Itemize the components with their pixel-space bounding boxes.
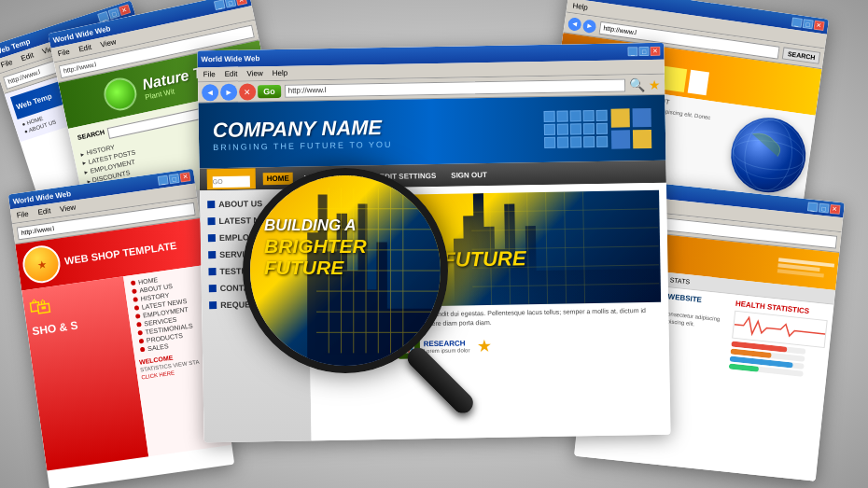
search-label-nature: SEARCH [77, 129, 105, 146]
nav-item-account[interactable]: YOUR ACCOUNT [301, 171, 369, 184]
bullet-contact [209, 285, 217, 292]
br-nav-stats[interactable]: STATS [669, 276, 690, 285]
sidebar-employment[interactable]: EMPLOYMENT [201, 228, 308, 246]
win-maximize-shop[interactable]: □ [168, 174, 179, 184]
sidebar-contact[interactable]: CONTACT [202, 278, 309, 297]
main-sidebar: ABOUT US LATEST NEWS EMPLOYMENT SERVICES [200, 188, 312, 442]
block-white [688, 70, 709, 96]
win-controls-topright: _ □ ✕ [791, 17, 825, 31]
back-btn-main[interactable]: ◄ [202, 84, 218, 101]
go-btn-main[interactable]: Go [258, 84, 281, 97]
win-close-nature[interactable]: ✕ [235, 0, 247, 6]
nav-search-input[interactable] [213, 175, 250, 188]
win-minimize-bottomright[interactable]: _ [807, 202, 819, 212]
large-sq-4 [633, 129, 651, 147]
svg-point-0 [728, 115, 808, 195]
url-text-topleft: http://www.l [7, 68, 41, 85]
url-bar-main[interactable]: http://www.l [285, 78, 626, 97]
bottom-icons: 🔍 SEARCH Lorem ipsum dolor 📊 RESEARCH Lo… [317, 331, 662, 359]
research-text-block: RESEARCH Lorem ipsum dolor [424, 339, 470, 354]
nature-logo-icon [101, 75, 140, 114]
search-icon-main[interactable]: 🔍 [629, 77, 645, 92]
nav-item-edit-settings[interactable]: EDIT SETTINGS [376, 169, 441, 182]
win-minimize-nature[interactable]: _ [214, 0, 226, 10]
sidebar-label-aboutus: ABOUT US [218, 199, 262, 209]
large-sq-1 [611, 108, 630, 127]
main-body: ABOUT US LATEST NEWS EMPLOYMENT SERVICES [200, 183, 671, 443]
globe [726, 113, 810, 197]
research-section: 📊 RESEARCH Lorem ipsum dolor [397, 335, 469, 358]
sidebar-label-testimonials: TESTIMONIALS [219, 266, 282, 276]
large-squares [611, 107, 652, 148]
bullet-employment [208, 234, 216, 242]
win-maximize-main[interactable]: □ [638, 47, 649, 56]
win-minimize-shop[interactable]: _ [158, 175, 169, 186]
menu-edit-nature[interactable]: Edit [77, 43, 91, 54]
win-maximize-topright[interactable]: □ [803, 19, 814, 29]
back-btn-topright[interactable]: ◄ [567, 17, 582, 32]
globe-container [725, 108, 811, 202]
nav-buttons-topright: ◄ ► [567, 17, 597, 34]
win-close-main[interactable]: ✕ [650, 47, 660, 56]
shop-logo-icon: ★ [36, 258, 46, 270]
menu-help-main[interactable]: Help [273, 69, 288, 77]
hero-text-block: BUILDING A BRIGHTER FUTURE [329, 227, 526, 274]
sidebar-testimonials[interactable]: TESTIMONIALS [201, 261, 308, 280]
search-icon-bottom: 🔍 [317, 337, 340, 359]
search-btn-topright[interactable]: SEARCH [782, 47, 820, 63]
win-minimize-main[interactable]: _ [627, 47, 637, 56]
shop-title-block: WEB SHOP TEMPLATE [63, 240, 177, 267]
win-controls-bottomright: _ □ ✕ [807, 202, 841, 215]
menu-file-shop[interactable]: File [16, 210, 29, 220]
bullet-aboutus [207, 201, 215, 208]
shop-title: WEB SHOP TEMPLATE [63, 240, 177, 267]
menu-file-nature[interactable]: File [57, 48, 70, 58]
menu-file-topleft[interactable]: File [0, 58, 14, 70]
win-maximize-nature[interactable]: □ [225, 0, 237, 8]
win-maximize-bottomright[interactable]: □ [819, 203, 830, 214]
globe-svg [726, 113, 810, 197]
star-badge-bottom: ★ [477, 336, 492, 356]
browser-main: World Wide Web _ □ ✕ File Edit View Help… [197, 43, 670, 443]
menu-edit-topleft[interactable]: Edit [20, 50, 35, 63]
nav-item-signout[interactable]: SIGN OUT [447, 168, 491, 181]
win-title-main: World Wide Web [201, 54, 259, 63]
svg-point-3 [730, 127, 806, 183]
sidebar-request-quote[interactable]: REQUEST A QUOTE [202, 295, 309, 314]
main-content-right: BUILDING A BRIGHTER FUTURE Donec lectus.… [307, 183, 671, 442]
win-close-topleft[interactable]: ✕ [119, 4, 132, 16]
sidebar-latest-news[interactable]: LATEST NEWS [200, 211, 307, 230]
menu-view-shop[interactable]: View [60, 203, 77, 214]
stat-bars [729, 342, 825, 379]
menu-view-main[interactable]: View [246, 69, 262, 77]
star-icon-main[interactable]: ★ [649, 77, 661, 91]
main-content-area: COMPANY NAME BRINGING THE FUTURE TO YOU [198, 95, 670, 443]
small-header-text: Web Temp [15, 92, 53, 112]
large-sq-2 [633, 107, 651, 126]
shop-body: 🛍 SHO & S HOME ABOUT US HISTORY LATEST N… [21, 265, 231, 471]
win-close-bottomright[interactable]: ✕ [830, 204, 841, 215]
url-text-main: http://www.l [288, 86, 327, 95]
forward-btn-main[interactable]: ► [220, 83, 237, 100]
nav-item-home[interactable]: HOME [263, 172, 293, 185]
blue-squares-grid [544, 110, 609, 148]
menu-edit-main[interactable]: Edit [225, 70, 238, 78]
win-close-shop[interactable]: ✕ [179, 172, 190, 182]
win-minimize-topright[interactable]: _ [791, 17, 803, 27]
menu-file-main[interactable]: File [203, 70, 216, 78]
menu-edit-shop[interactable]: Edit [37, 206, 51, 216]
scene: Web Temp _ □ ✕ File Edit View Help http:… [0, 0, 868, 488]
search-section: 🔍 SEARCH Lorem ipsum dolor [317, 336, 390, 359]
menu-help-topright[interactable]: Help [572, 2, 589, 12]
sidebar-about-us[interactable]: ABOUT US [200, 194, 307, 213]
stop-btn-main[interactable]: ✕ [239, 83, 256, 100]
stat-fill-4 [729, 363, 759, 371]
menu-view-nature[interactable]: View [100, 37, 118, 49]
sidebar-label-employment: EMPLOYMENT [219, 232, 279, 243]
forward-btn-topright[interactable]: ► [582, 19, 597, 34]
nav-buttons-main: ◄ ► ✕ Go [202, 82, 281, 100]
header-graphics [544, 107, 652, 149]
sidebar-services[interactable]: SERVICES [201, 244, 308, 263]
search-text-block: SEARCH Lorem ipsum dolor [343, 341, 390, 356]
win-close-topright[interactable]: ✕ [813, 21, 824, 31]
